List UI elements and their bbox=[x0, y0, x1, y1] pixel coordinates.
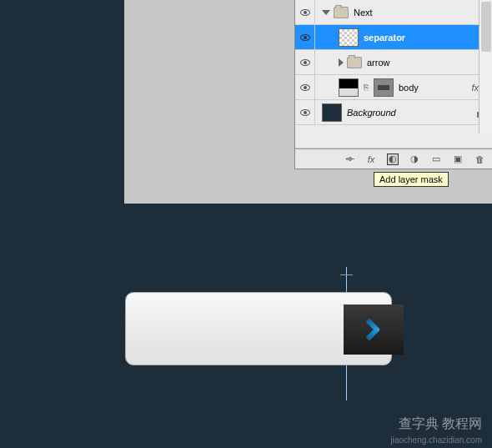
expand-arrow-icon[interactable] bbox=[322, 10, 330, 15]
tooltip: Add layer mask bbox=[374, 172, 449, 187]
folder-icon bbox=[347, 57, 362, 68]
layer-label: body bbox=[399, 83, 419, 93]
visibility-toggle[interactable] bbox=[295, 75, 315, 99]
layers-panel-footer: ⬲ fx ◐ ◑ ▭ ▣ 🗑 bbox=[295, 148, 492, 169]
folder-icon bbox=[334, 7, 349, 18]
button-body-shape bbox=[125, 292, 392, 365]
layer-group-next[interactable]: Next bbox=[295, 0, 492, 25]
visibility-toggle[interactable] bbox=[295, 100, 315, 124]
layer-group-arrow[interactable]: arrow bbox=[295, 50, 492, 75]
layer-label: Next bbox=[354, 8, 373, 18]
link-icon: ⎘ bbox=[364, 82, 370, 93]
watermark-text: 查字典 教程网 bbox=[399, 415, 482, 433]
layers-panel: Next separator arrow bbox=[294, 0, 492, 169]
layer-style-icon[interactable]: fx bbox=[365, 154, 377, 165]
button-design-preview bbox=[125, 292, 392, 371]
eye-icon bbox=[300, 109, 310, 116]
eye-icon bbox=[300, 84, 310, 91]
new-layer-icon[interactable]: ▣ bbox=[452, 154, 464, 165]
layer-thumbnail bbox=[322, 103, 342, 122]
adjustment-layer-icon[interactable]: ◑ bbox=[409, 154, 420, 165]
layer-background[interactable]: Background bbox=[295, 100, 492, 125]
layer-body[interactable]: ⎘ body fx ▾ bbox=[295, 75, 492, 100]
watermark-url: jiaocheng.chazidian.com bbox=[390, 435, 482, 445]
layers-empty-area bbox=[295, 125, 492, 148]
link-layers-icon[interactable]: ⬲ bbox=[344, 154, 355, 165]
visibility-toggle[interactable] bbox=[295, 50, 315, 74]
new-group-icon[interactable]: ▭ bbox=[430, 154, 442, 165]
layer-thumbnail bbox=[339, 78, 359, 97]
eye-icon bbox=[300, 9, 310, 16]
layer-label: separator bbox=[364, 33, 405, 43]
eye-icon bbox=[300, 34, 310, 41]
layer-separator[interactable]: separator bbox=[295, 25, 492, 50]
add-layer-mask-button[interactable]: ◐ bbox=[387, 154, 399, 165]
layer-label: Background bbox=[347, 108, 396, 118]
mask-thumbnail bbox=[374, 78, 394, 97]
button-arrow-box bbox=[344, 305, 404, 355]
scrollbar-thumb[interactable] bbox=[481, 2, 491, 52]
visibility-toggle[interactable] bbox=[295, 0, 315, 24]
visibility-toggle[interactable] bbox=[295, 25, 315, 49]
expand-arrow-icon[interactable] bbox=[339, 58, 344, 67]
eye-icon bbox=[300, 59, 310, 66]
delete-layer-icon[interactable]: 🗑 bbox=[474, 154, 485, 165]
guide-cross-mark bbox=[340, 274, 353, 275]
layers-scrollbar[interactable] bbox=[479, 0, 492, 133]
layer-thumbnail bbox=[339, 28, 359, 47]
layer-label: arrow bbox=[367, 58, 390, 68]
